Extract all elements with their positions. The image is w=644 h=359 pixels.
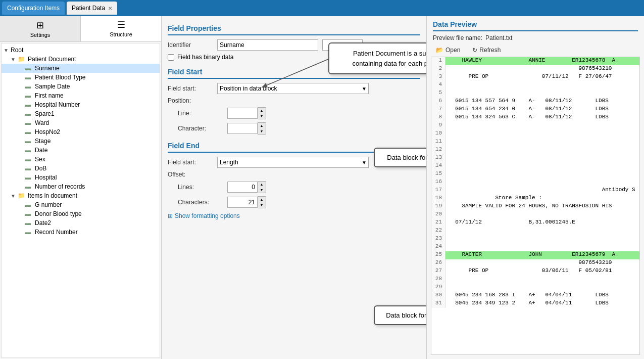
position-row: Position: <box>168 97 420 104</box>
characters-input[interactable] <box>227 197 258 208</box>
tree-item-hospital-number[interactable]: ▬ Hospital Number <box>2 100 160 109</box>
tree-item-number-of-records[interactable]: ▬ Number of records <box>2 182 160 191</box>
open-button[interactable]: 📂 Open <box>433 46 463 55</box>
lines-input[interactable] <box>227 182 258 193</box>
field-has-binary-checkbox[interactable] <box>168 54 174 61</box>
tree-item-hospno2[interactable]: ▬ HospNo2 <box>2 127 160 137</box>
tree-label-patient-document: Patient Document <box>28 56 76 63</box>
tree-item-surname[interactable]: ▬ Surname <box>2 64 160 73</box>
refresh-button[interactable]: ↻ Refresh <box>469 46 504 55</box>
tree-item-sample-date[interactable]: ▬ Sample Date <box>2 82 160 91</box>
preview-line: 6 G015 134 557 564 9 A- 08/11/12 LDBS <box>431 98 639 106</box>
tab-settings[interactable]: ⊞ Settings <box>0 16 81 41</box>
character-increment-button[interactable]: ▲ <box>258 123 266 128</box>
line-number: 15 <box>431 170 445 178</box>
line-content <box>445 235 639 243</box>
data-block-2-callout-text: Data block for 2nd record (patient 2). <box>386 311 427 319</box>
tree-item-hospital[interactable]: ▬ Hospital <box>2 173 160 182</box>
tab-patient[interactable]: Patient Data ✕ <box>67 2 117 15</box>
character-spinner-buttons: ▲ ▼ <box>258 122 266 134</box>
preview-line: 26 9876543210 <box>431 259 639 267</box>
line-decrement-button[interactable]: ▼ <box>258 113 266 119</box>
preview-filename-label: Preview file name: <box>433 34 482 41</box>
line-content: RACTER JOHN ER12345679 A <box>445 251 639 259</box>
lines-spinner: ▲ ▼ <box>227 181 266 193</box>
tree-label-patient-blood-type: Patient Blood Type <box>35 74 86 81</box>
structure-icon: ☰ <box>117 19 125 30</box>
middle-panel: Field Properties Identifier Field has bi… <box>162 16 427 359</box>
tree-label-items-in-document: Items in document <box>28 192 77 199</box>
doc-icon: ▬ <box>25 174 34 181</box>
preview-title: Data Preview <box>433 20 638 31</box>
preview-line: 18 Store Sample : <box>431 195 639 203</box>
line-number: 25 <box>431 251 445 259</box>
tree-item-patient-blood-type[interactable]: ▬ Patient Blood Type <box>2 73 160 82</box>
characters-decrement-button[interactable]: ▼ <box>258 202 266 208</box>
line-number: 13 <box>431 154 445 162</box>
line-content <box>445 227 639 235</box>
tree-item-items-in-document[interactable]: ▼ 📁 Items in document <box>2 191 160 200</box>
doc-icon: ▬ <box>25 219 34 227</box>
settings-icon: ⊞ <box>36 20 44 31</box>
doc-icon: ▬ <box>25 210 34 217</box>
tree-item-spare1[interactable]: ▬ Spare1 <box>2 109 160 118</box>
line-content: PRE OP 03/06/11 F 05/02/81 <box>445 267 639 276</box>
field-end-select-wrapper: Length End of line Fixed position ▼ <box>217 157 369 168</box>
doc-icon: ▬ <box>25 229 34 236</box>
field-end-select[interactable]: Length End of line Fixed position <box>217 157 369 168</box>
character-decrement-button[interactable]: ▼ <box>258 128 266 134</box>
tab-structure[interactable]: ☰ Structure <box>81 16 161 41</box>
line-input[interactable] <box>227 108 258 119</box>
tree-item-date[interactable]: ▬ Date <box>2 146 160 155</box>
tree-item-donor-blood-type[interactable]: ▬ Donor Blood type <box>2 209 160 218</box>
tree-item-root[interactable]: ▼ Root <box>2 46 160 55</box>
tree-label-hospital-number: Hospital Number <box>35 101 80 108</box>
line-content <box>445 138 639 146</box>
show-formatting-link[interactable]: ⊞ Show formatting options <box>168 212 420 219</box>
doc-icon: ▬ <box>25 119 34 126</box>
patient-doc-callout-text: Patient Document is a sub-areacontaining… <box>352 50 427 67</box>
close-icon[interactable]: ✕ <box>108 6 112 11</box>
preview-line: 28 <box>431 276 639 284</box>
tree-item-stage[interactable]: ▬ Stage <box>2 137 160 146</box>
preview-line: 21 07/11/12 B,31.0001245.E <box>431 219 639 227</box>
tree-item-first-name[interactable]: ▬ First name <box>2 91 160 100</box>
lines-decrement-button[interactable]: ▼ <box>258 187 266 193</box>
tree-item-dob[interactable]: ▬ DoB <box>2 164 160 173</box>
tree-container: ▼ Root ▼ 📁 Patient Document ▬ Surname <box>1 43 160 358</box>
identifier-input[interactable] <box>217 39 318 51</box>
tree-item-record-number[interactable]: ▬ Record Number <box>2 228 160 237</box>
preview-line: 23 <box>431 235 639 243</box>
right-panel: Data Preview Preview file name: Patient.… <box>427 16 644 359</box>
field-start-select[interactable]: Position in data block Start of line Aft… <box>217 83 369 94</box>
tab-config[interactable]: Configuration Items <box>2 2 65 15</box>
tree-label-sample-date: Sample Date <box>35 83 70 90</box>
preview-line: 13 <box>431 154 639 162</box>
field-has-binary-label: Field has binary data <box>177 54 233 61</box>
tree-item-ward[interactable]: ▬ Ward <box>2 118 160 127</box>
line-number: 3 <box>431 73 445 81</box>
lines-increment-button[interactable]: ▲ <box>258 182 266 187</box>
tree-item-patient-document[interactable]: ▼ 📁 Patient Document <box>2 55 160 64</box>
tree-item-g-number[interactable]: ▬ G number <box>2 200 160 209</box>
lines-row: Lines: ▲ ▼ <box>168 181 420 193</box>
tree-item-sex[interactable]: ▬ Sex <box>2 155 160 164</box>
tree-item-date2[interactable]: ▬ Date2 <box>2 218 160 228</box>
line-content: G015 134 557 564 9 A- 08/11/12 LDBS <box>445 98 639 106</box>
line-number: 21 <box>431 219 445 227</box>
line-content <box>445 146 639 154</box>
characters-row: Characters: ▲ ▼ <box>168 196 420 208</box>
tree-label-record-number: Record Number <box>35 229 78 236</box>
line-number: 18 <box>431 195 445 203</box>
line-number: 8 <box>431 114 445 122</box>
characters-increment-button[interactable]: ▲ <box>258 197 266 202</box>
field-start-section: Field Start Field start: Position in dat… <box>168 64 420 138</box>
line-content <box>445 284 639 292</box>
preview-line: 30 G045 234 168 283 I A+ 04/04/11 LDBS <box>431 292 639 300</box>
line-increment-button[interactable]: ▲ <box>258 108 266 113</box>
line-content: 9876543210 <box>445 259 639 267</box>
show-formatting-label: Show formatting options <box>175 212 240 219</box>
expand-icon: ▼ <box>11 193 18 199</box>
character-input[interactable] <box>227 123 258 134</box>
preview-line: 10 <box>431 130 639 138</box>
